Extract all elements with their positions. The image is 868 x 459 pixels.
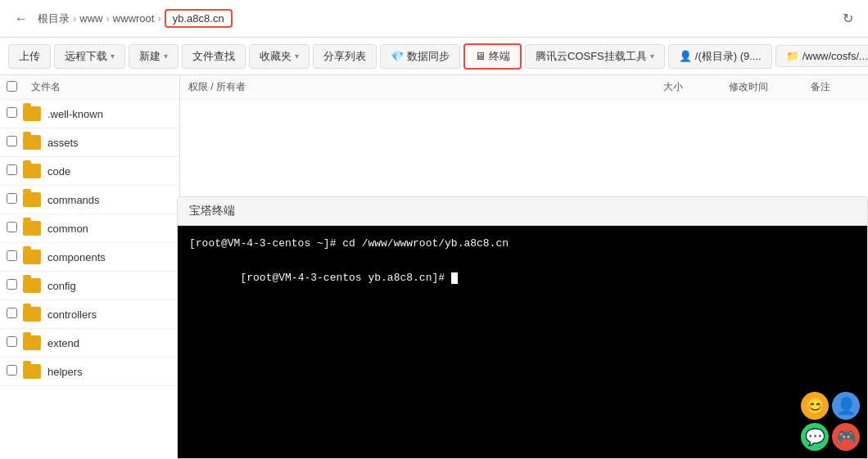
terminal-line-1: [root@VM-4-3-centos yb.a8c8.cn]#	[189, 253, 856, 304]
find-btn[interactable]: 文件查找	[182, 44, 246, 69]
avatar-row-bottom: 💬 🎮	[801, 423, 860, 451]
upload-btn[interactable]: 上传	[8, 44, 51, 69]
file-row[interactable]: common	[0, 214, 179, 243]
file-row[interactable]: components	[0, 243, 179, 272]
file-row[interactable]: extend	[0, 329, 179, 358]
col-header-perm: 权限 / 所有者	[188, 80, 663, 94]
file-checkbox-9[interactable]	[7, 365, 17, 376]
terminal-cursor	[451, 272, 458, 284]
terminal-panel: 宝塔终端 [root@VM-4-3-centos ~]# cd /www/www…	[177, 196, 868, 459]
terminal-title-bar: 宝塔终端	[178, 197, 867, 226]
file-name-7: controllers	[47, 308, 97, 321]
new-btn[interactable]: 新建 ▾	[129, 44, 179, 69]
folder-icon-1	[23, 135, 41, 150]
remote-download-btn[interactable]: 远程下载 ▾	[54, 44, 125, 69]
breadcrumb-sep-0: ›	[73, 12, 76, 25]
folder-icon-4	[23, 221, 41, 236]
folder-icon-9	[23, 364, 41, 379]
file-checkbox-5[interactable]	[7, 250, 17, 261]
breadcrumb-current[interactable]: yb.a8c8.cn	[165, 9, 233, 28]
col-header-size: 大小	[663, 80, 729, 94]
file-name-8: extend	[47, 337, 79, 349]
avatar-2[interactable]: 👤	[832, 392, 860, 420]
floating-avatars: 😊 👤 💬 🎮	[801, 392, 860, 451]
avatar-1[interactable]: 😊	[801, 392, 829, 420]
breadcrumb-bar: ← 根目录 › www › wwwroot › yb.a8c8.cn ↻	[0, 0, 868, 38]
file-checkbox-4[interactable]	[7, 222, 17, 232]
breadcrumb-wwwroot[interactable]: wwwroot	[113, 12, 155, 25]
folder-icon-5	[23, 250, 41, 264]
file-row[interactable]: code	[0, 157, 179, 186]
file-row[interactable]: config	[0, 272, 179, 300]
breadcrumb-path: 根目录 › www › wwwroot › yb.a8c8.cn	[38, 9, 836, 28]
avatar-3[interactable]: 💬	[801, 423, 829, 451]
file-row[interactable]: assets	[0, 128, 179, 157]
breadcrumb-www[interactable]: www	[79, 12, 102, 25]
folder-icon-6	[23, 278, 41, 293]
folder-icon-3	[23, 192, 41, 207]
avatar-4[interactable]: 🎮	[832, 423, 860, 451]
select-all-checkbox[interactable]	[7, 81, 17, 92]
breadcrumb-sep-2: ›	[157, 12, 160, 25]
main-content: 文件名 .well-known assets code commands com…	[0, 75, 868, 459]
file-checkbox-2[interactable]	[7, 164, 17, 175]
file-row[interactable]: controllers	[0, 300, 179, 329]
root-dir-btn[interactable]: 👤 /(根目录) (9....	[668, 44, 772, 69]
file-name-5: components	[47, 251, 106, 263]
file-name-1: assets	[47, 137, 79, 149]
folder-icon-0	[23, 106, 41, 121]
file-row[interactable]: commands	[0, 186, 179, 214]
user-icon: 👤	[679, 50, 692, 62]
cosfs-path-btn[interactable]: 📁 /www/cosfs/...	[775, 45, 868, 67]
cosfs-btn[interactable]: 腾讯云COSFS挂载工具 ▾	[525, 44, 665, 69]
avatar-row-top: 😊 👤	[801, 392, 860, 420]
folder-icon-7	[23, 307, 41, 322]
terminal-icon: 🖥	[475, 50, 486, 62]
file-row[interactable]: .well-known	[0, 100, 179, 128]
file-checkbox-3[interactable]	[7, 193, 17, 204]
file-name-9: helpers	[47, 366, 83, 378]
sync-btn[interactable]: 💎 数据同步	[380, 44, 460, 69]
file-name-0: .well-known	[47, 108, 103, 120]
file-name-4: common	[47, 223, 88, 235]
terminal-title: 宝塔终端	[189, 204, 235, 217]
file-checkbox-7[interactable]	[7, 308, 17, 318]
file-row[interactable]: helpers	[0, 358, 179, 386]
file-panel: 文件名 .well-known assets code commands com…	[0, 75, 180, 459]
file-name-2: code	[47, 165, 70, 178]
folder-icon: 📁	[786, 50, 799, 62]
col-header-time: 修改时间	[729, 80, 811, 94]
favorites-btn[interactable]: 收藏夹 ▾	[249, 44, 310, 69]
col-header-name: 文件名	[31, 80, 173, 94]
file-name-6: config	[47, 280, 76, 292]
file-checkbox-8[interactable]	[7, 336, 17, 347]
breadcrumb-back-button[interactable]: ←	[8, 8, 34, 29]
terminal-body[interactable]: [root@VM-4-3-centos ~]# cd /www/wwwroot/…	[178, 226, 867, 458]
breadcrumb-root[interactable]: 根目录	[38, 11, 70, 26]
file-name-3: commands	[47, 194, 100, 206]
breadcrumb-sep-1: ›	[106, 12, 110, 25]
col-header-note: 备注	[811, 80, 860, 94]
terminal-line-0: [root@VM-4-3-centos ~]# cd /www/wwwroot/…	[189, 236, 856, 253]
file-checkbox-6[interactable]	[7, 279, 17, 290]
file-checkbox-1[interactable]	[7, 136, 17, 146]
folder-icon-2	[23, 164, 41, 178]
breadcrumb-refresh-button[interactable]: ↻	[836, 7, 860, 29]
file-checkbox-0[interactable]	[7, 107, 17, 118]
toolbar: 上传 远程下载 ▾ 新建 ▾ 文件查找 收藏夹 ▾ 分享列表 💎 数据同步 🖥 …	[0, 38, 868, 75]
share-list-btn[interactable]: 分享列表	[313, 44, 377, 69]
terminal-btn[interactable]: 🖥 终端	[463, 43, 522, 70]
folder-icon-8	[23, 335, 41, 350]
